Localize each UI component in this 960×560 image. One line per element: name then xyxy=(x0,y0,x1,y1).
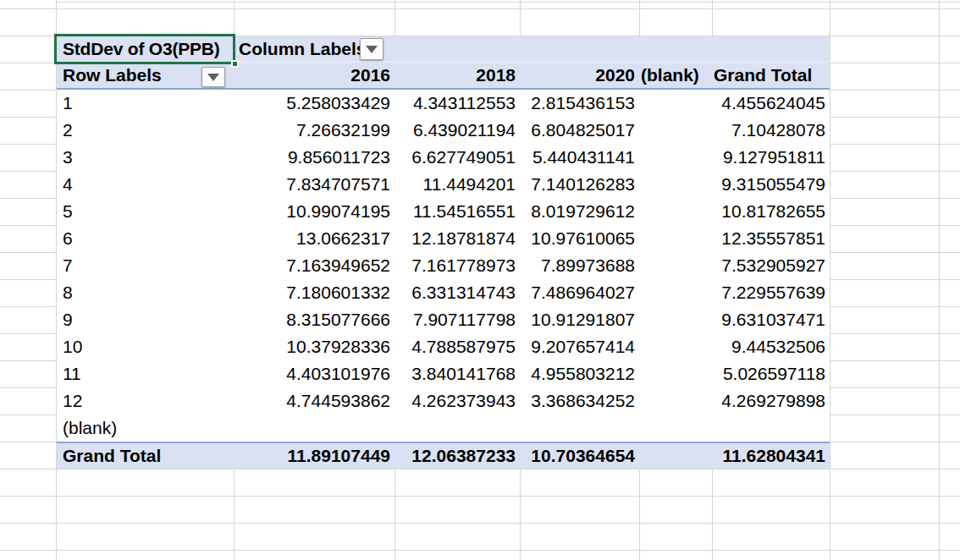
pivot-value-cell[interactable]: 10.91291807 xyxy=(520,306,639,333)
pivot-row: 27.266321996.4390211946.8048250177.10428… xyxy=(57,117,830,144)
row-label-cell[interactable]: 11 xyxy=(57,360,234,387)
row-label-cell[interactable]: 1 xyxy=(57,90,234,117)
pivot-value-cell[interactable] xyxy=(639,90,712,117)
pivot-value-cell[interactable]: 4.955803212 xyxy=(520,360,639,387)
row-label-cell[interactable]: 7 xyxy=(57,252,234,279)
column-header-cell[interactable]: 2020 xyxy=(520,63,639,88)
row-label-cell[interactable]: 8 xyxy=(57,279,234,306)
pivot-value-cell[interactable]: 7.229557639 xyxy=(712,279,830,306)
pivot-value-cell[interactable] xyxy=(639,252,712,279)
pivot-value-cell[interactable]: 10.97610065 xyxy=(520,225,639,252)
pivot-value-cell[interactable] xyxy=(639,279,712,306)
pivot-value-cell[interactable]: 7.10428078 xyxy=(712,117,830,144)
pivot-value-cell[interactable]: 9.44532506 xyxy=(712,333,830,360)
row-label-cell[interactable]: (blank) xyxy=(57,415,234,442)
pivot-value-cell[interactable]: 6.439021194 xyxy=(394,117,520,144)
pivot-value-cell[interactable] xyxy=(639,360,712,387)
pivot-value-cell[interactable]: 4.343112553 xyxy=(394,90,520,117)
row-label-cell[interactable]: 3 xyxy=(57,144,234,171)
pivot-value-cell[interactable]: 7.907117798 xyxy=(394,306,520,333)
pivot-value-cell[interactable]: 10.37928336 xyxy=(234,333,394,360)
pivot-value-cell[interactable]: 7.26632199 xyxy=(234,117,394,144)
pivot-value-cell[interactable]: 7.163949652 xyxy=(234,252,394,279)
pivot-value-cell[interactable]: 9.631037471 xyxy=(712,306,830,333)
pivot-value-cell[interactable]: 12.18781874 xyxy=(394,225,520,252)
pivot-value-cell[interactable]: 10.99074195 xyxy=(234,198,394,225)
pivot-value-cell[interactable]: 9.856011723 xyxy=(234,144,394,171)
column-labels-filter-button[interactable] xyxy=(360,38,383,60)
pivot-value-cell[interactable]: 4.455624045 xyxy=(712,90,830,117)
row-label-cell[interactable]: 9 xyxy=(57,306,234,333)
pivot-value-cell[interactable]: 7.89973688 xyxy=(520,252,639,279)
value-field-cell[interactable]: StdDev of O3(PPB) xyxy=(57,36,234,62)
row-labels-filter-button[interactable] xyxy=(201,67,225,87)
column-header-cell[interactable]: Grand Total xyxy=(712,63,830,88)
column-header-cell[interactable]: 2018 xyxy=(394,63,520,88)
row-label-cell[interactable]: 6 xyxy=(57,225,234,252)
column-labels-cell[interactable]: Column Labels xyxy=(234,36,830,62)
pivot-row: 47.83470757111.44942017.1401262839.31505… xyxy=(57,171,830,198)
chevron-down-icon xyxy=(366,46,378,53)
pivot-value-cell[interactable]: 11.4494201 xyxy=(394,171,520,198)
pivot-value-cell[interactable] xyxy=(639,306,712,333)
pivot-value-cell[interactable]: 4.744593862 xyxy=(234,387,394,415)
pivot-value-cell[interactable] xyxy=(712,415,830,442)
pivot-value-cell[interactable]: 5.258033429 xyxy=(234,90,394,117)
fill-handle[interactable] xyxy=(231,60,239,68)
pivot-value-cell[interactable]: 4.788587975 xyxy=(394,333,520,360)
pivot-value-cell[interactable] xyxy=(639,333,712,360)
column-header-cell[interactable]: (blank) xyxy=(639,63,712,88)
pivot-value-cell[interactable]: 2.815436153 xyxy=(520,90,639,117)
pivot-value-cell[interactable]: 3.840141768 xyxy=(394,360,520,387)
pivot-value-cell[interactable]: 7.161778973 xyxy=(394,252,520,279)
pivot-value-cell[interactable]: 5.026597118 xyxy=(712,360,830,387)
row-label-cell[interactable]: 12 xyxy=(57,387,234,415)
pivot-value-cell[interactable] xyxy=(639,387,712,415)
row-label-cell[interactable]: 2 xyxy=(57,117,234,144)
pivot-value-cell[interactable]: 9.315055479 xyxy=(712,171,830,198)
pivot-value-cell[interactable] xyxy=(639,415,712,442)
pivot-value-cell[interactable]: 7.180601332 xyxy=(234,279,394,306)
pivot-value-cell[interactable]: 7.140126283 xyxy=(520,171,639,198)
pivot-value-cell[interactable] xyxy=(234,415,394,442)
pivot-value-cell[interactable]: 10.81782655 xyxy=(712,198,830,225)
grand-total-value-cell[interactable]: 12.06387233 xyxy=(394,443,520,469)
pivot-value-cell[interactable] xyxy=(639,198,712,225)
pivot-value-cell[interactable]: 5.440431141 xyxy=(520,144,639,171)
pivot-value-cell[interactable] xyxy=(639,144,712,171)
pivot-value-cell[interactable]: 4.269279898 xyxy=(712,387,830,415)
row-label-cell[interactable]: 4 xyxy=(57,171,234,198)
grand-total-value-cell[interactable] xyxy=(639,443,712,469)
pivot-value-cell[interactable]: 7.834707571 xyxy=(234,171,394,198)
pivot-value-cell[interactable]: 7.486964027 xyxy=(520,279,639,306)
pivot-value-cell[interactable]: 4.403101976 xyxy=(234,360,394,387)
pivot-value-cell[interactable] xyxy=(639,117,712,144)
pivot-value-cell[interactable] xyxy=(639,225,712,252)
row-label-cell[interactable]: 10 xyxy=(57,333,234,360)
pivot-value-cell[interactable]: 6.627749051 xyxy=(394,144,520,171)
pivot-value-cell[interactable] xyxy=(520,415,639,442)
pivot-value-cell[interactable] xyxy=(639,171,712,198)
pivot-value-cell[interactable]: 9.207657414 xyxy=(520,333,639,360)
pivot-value-cell[interactable]: 8.019729612 xyxy=(520,198,639,225)
column-header-cell[interactable]: 2016 xyxy=(234,63,394,88)
pivot-value-cell[interactable] xyxy=(394,415,520,442)
row-label-cell[interactable]: 5 xyxy=(57,198,234,225)
pivot-value-cell[interactable]: 4.262373943 xyxy=(394,387,520,415)
pivot-value-cell[interactable]: 13.0662317 xyxy=(234,225,394,252)
pivot-row: (blank) xyxy=(57,415,830,442)
grand-total-value-cell[interactable]: 10.70364654 xyxy=(520,443,639,469)
pivot-value-cell[interactable]: 3.368634252 xyxy=(520,387,639,415)
grand-total-value-cell[interactable]: 11.62804341 xyxy=(712,443,830,469)
pivot-value-cell[interactable]: 7.532905927 xyxy=(712,252,830,279)
pivot-value-cell[interactable]: 6.804825017 xyxy=(520,117,639,144)
grand-total-label-cell[interactable]: Grand Total xyxy=(57,443,234,469)
pivot-value-cell[interactable]: 11.54516551 xyxy=(394,198,520,225)
pivot-value-cell[interactable]: 8.315077666 xyxy=(234,306,394,333)
pivot-value-cell[interactable]: 12.35557851 xyxy=(712,225,830,252)
pivot-value-cell[interactable]: 9.127951811 xyxy=(712,144,830,171)
gridline xyxy=(0,550,960,551)
grand-total-value-cell[interactable]: 11.89107449 xyxy=(234,443,394,469)
pivot-row: 15.2580334294.3431125532.8154361534.4556… xyxy=(57,90,830,117)
pivot-value-cell[interactable]: 6.331314743 xyxy=(394,279,520,306)
